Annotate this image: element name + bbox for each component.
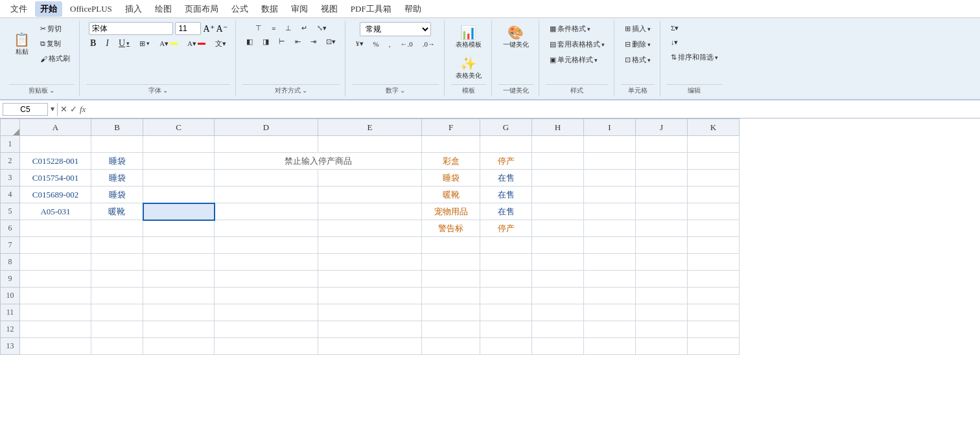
copy-button[interactable]: ⧉ 复制 — [36, 37, 74, 51]
cell-f4[interactable]: 暖靴 — [422, 187, 480, 203]
cell-c9[interactable] — [143, 271, 215, 288]
cell-i2[interactable] — [584, 153, 636, 170]
cell-b12[interactable] — [91, 321, 143, 338]
align-left-button[interactable]: ◧ — [242, 36, 257, 48]
cell-f8[interactable] — [422, 254, 480, 271]
cell-k2[interactable] — [688, 153, 740, 170]
col-header-h[interactable]: H — [532, 119, 584, 136]
cell-c6[interactable] — [143, 220, 215, 237]
cell-k10[interactable] — [688, 288, 740, 304]
col-header-f[interactable]: F — [422, 119, 480, 136]
border-button[interactable]: ⊞ ▾ — [135, 38, 154, 50]
cell-j5[interactable] — [636, 203, 688, 220]
sum-button[interactable]: Σ▾ — [667, 22, 722, 34]
sort-filter-button[interactable]: ⇅ 排序和筛选 ▾ — [667, 51, 722, 64]
cell-a1[interactable]: ERPCO号 — [20, 136, 91, 153]
cell-k13[interactable] — [688, 338, 740, 355]
cell-h4[interactable] — [532, 187, 584, 203]
cell-e1[interactable] — [318, 136, 422, 153]
cell-c8[interactable] — [143, 254, 215, 271]
row-num-13[interactable]: 13 — [1, 338, 20, 355]
font-color-button[interactable]: A▾ — [183, 38, 209, 50]
cell-i13[interactable] — [584, 338, 636, 355]
cell-g8[interactable] — [480, 254, 532, 271]
cell-c13[interactable] — [143, 338, 215, 355]
cell-k9[interactable] — [688, 271, 740, 288]
cell-j11[interactable] — [636, 304, 688, 321]
menu-review[interactable]: 审阅 — [286, 1, 313, 17]
cell-e11[interactable] — [318, 304, 422, 321]
one-click-beautify-button[interactable]: 🎨 一键美化 — [498, 22, 533, 52]
menu-draw[interactable]: 绘图 — [150, 1, 177, 17]
cell-j12[interactable] — [636, 321, 688, 338]
paste-button[interactable]: 📋 粘贴 — [9, 29, 34, 59]
table-beautify-button[interactable]: ✨ 表格美化 — [451, 53, 486, 83]
format-button[interactable]: ⊡ 格式 ▾ — [621, 53, 655, 67]
cell-g11[interactable] — [480, 304, 532, 321]
cell-b5[interactable]: 暖靴 — [91, 203, 143, 220]
cell-h13[interactable] — [532, 338, 584, 355]
cell-k4[interactable] — [688, 187, 740, 203]
corner-cell[interactable] — [1, 119, 20, 136]
cell-h11[interactable] — [532, 304, 584, 321]
cell-c5[interactable] — [143, 203, 215, 220]
cell-h5[interactable] — [532, 203, 584, 220]
fill-button[interactable]: ↓▾ — [667, 36, 722, 49]
cell-k1[interactable] — [688, 136, 740, 153]
menu-insert[interactable]: 插入 — [120, 1, 147, 17]
cell-b13[interactable] — [91, 338, 143, 355]
table-template-button[interactable]: 📊 表格模板 — [451, 22, 486, 52]
cell-j1[interactable] — [636, 136, 688, 153]
cell-b1[interactable]: 产品类别 — [91, 136, 143, 153]
cell-b8[interactable] — [91, 254, 143, 271]
col-header-i[interactable]: I — [584, 119, 636, 136]
cell-a11[interactable] — [20, 304, 91, 321]
cell-e3[interactable] — [318, 170, 422, 187]
cell-c1[interactable] — [143, 136, 215, 153]
cell-f13[interactable] — [422, 338, 480, 355]
cell-j6[interactable] — [636, 220, 688, 237]
cell-h3[interactable] — [532, 170, 584, 187]
col-header-k[interactable]: K — [688, 119, 740, 136]
cell-a6[interactable] — [20, 220, 91, 237]
comma-button[interactable]: , — [385, 38, 395, 50]
cell-e7[interactable] — [318, 237, 422, 254]
row-num-3[interactable]: 3 — [1, 170, 20, 187]
cell-a7[interactable] — [20, 237, 91, 254]
menu-file[interactable]: 文件 — [5, 1, 32, 17]
align-middle-button[interactable]: ≡ — [268, 23, 279, 34]
font-size-input[interactable] — [175, 22, 201, 35]
row-num-2[interactable]: 2 — [1, 153, 20, 170]
cell-g7[interactable] — [480, 237, 532, 254]
menu-page-layout[interactable]: 页面布局 — [180, 1, 224, 17]
cell-i3[interactable] — [584, 170, 636, 187]
cell-f12[interactable] — [422, 321, 480, 338]
cell-f10[interactable] — [422, 288, 480, 304]
cancel-formula-icon[interactable]: ✕ — [60, 104, 67, 115]
cell-b11[interactable] — [91, 304, 143, 321]
cell-f2[interactable]: 彩盒 — [422, 153, 480, 170]
cell-e12[interactable] — [318, 321, 422, 338]
cell-j8[interactable] — [636, 254, 688, 271]
cell-i9[interactable] — [584, 271, 636, 288]
cell-i1[interactable] — [584, 136, 636, 153]
cell-f5[interactable]: 宠物用品 — [422, 203, 480, 220]
cell-d13[interactable] — [215, 338, 318, 355]
cell-e4[interactable] — [318, 187, 422, 203]
cell-j2[interactable] — [636, 153, 688, 170]
cell-e8[interactable] — [318, 254, 422, 271]
cell-h9[interactable] — [532, 271, 584, 288]
fx-icon[interactable]: fx — [80, 104, 86, 115]
cell-d3[interactable] — [215, 170, 318, 187]
cell-k5[interactable] — [688, 203, 740, 220]
col-header-a[interactable]: A — [20, 119, 91, 136]
cell-d4[interactable] — [215, 187, 318, 203]
cell-i4[interactable] — [584, 187, 636, 203]
formula-input[interactable] — [88, 104, 977, 115]
cell-e13[interactable] — [318, 338, 422, 355]
col-header-b[interactable]: B — [91, 119, 143, 136]
cell-h10[interactable] — [532, 288, 584, 304]
cell-f6[interactable]: 警告标 — [422, 220, 480, 237]
cell-h12[interactable] — [532, 321, 584, 338]
row-num-10[interactable]: 10 — [1, 288, 20, 304]
